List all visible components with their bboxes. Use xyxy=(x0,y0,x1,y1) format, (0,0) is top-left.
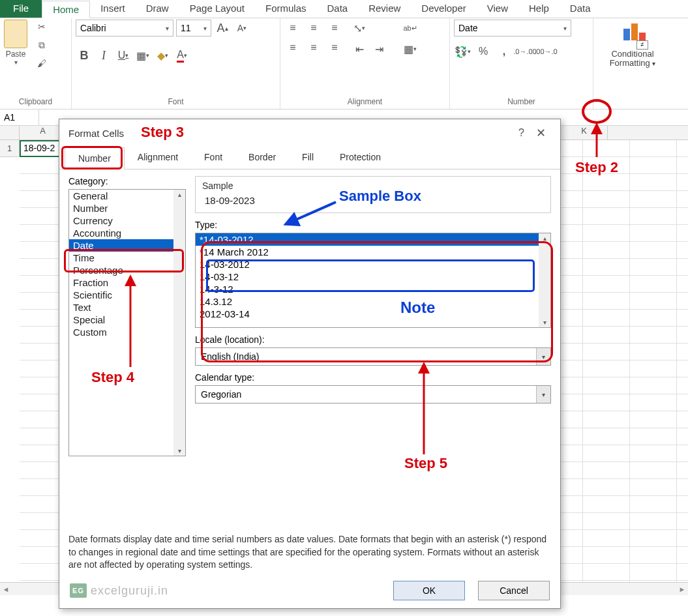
category-time[interactable]: Time xyxy=(69,252,185,264)
type-list[interactable]: *14-03-2012 *14 March 2012 14-03-2012 14… xyxy=(195,233,551,328)
orientation-icon[interactable]: ⤡▾ xyxy=(351,20,368,37)
format-painter-icon[interactable]: 🖌 xyxy=(34,56,50,70)
align-right-icon[interactable]: ≡ xyxy=(326,39,343,56)
type-item-3[interactable]: 14-03-12 xyxy=(196,271,550,283)
dialog-tab-protection[interactable]: Protection xyxy=(327,147,394,169)
row-header-1[interactable]: 1 xyxy=(0,140,20,157)
category-percentage[interactable]: Percentage xyxy=(69,264,185,276)
category-accounting[interactable]: Accounting xyxy=(69,227,185,239)
row-headers: 1 xyxy=(0,140,20,157)
tab-review[interactable]: Review xyxy=(358,0,411,18)
type-item-5[interactable]: 14.3.12 xyxy=(196,295,550,308)
category-date[interactable]: Date xyxy=(69,239,185,252)
type-scrollbar[interactable]: ▴▾ xyxy=(539,233,550,327)
paste-icon[interactable] xyxy=(4,20,27,48)
tab-data-2[interactable]: Data xyxy=(560,0,601,18)
sample-box: Sample 18-09-2023 xyxy=(195,176,551,213)
tab-data[interactable]: Data xyxy=(316,0,358,18)
type-item-6[interactable]: 2012-03-14 xyxy=(196,308,550,320)
type-item-1[interactable]: *14 March 2012 xyxy=(196,246,550,258)
sample-label: Sample xyxy=(202,181,544,191)
align-bottom-icon[interactable]: ≡ xyxy=(326,20,343,37)
bold-button[interactable]: B xyxy=(76,47,93,64)
font-color-button[interactable]: A▾ xyxy=(173,47,190,64)
category-custom[interactable]: Custom xyxy=(69,326,185,338)
decrease-indent-icon[interactable]: ⇤ xyxy=(351,40,368,57)
borders-button[interactable]: ▦▾ xyxy=(134,47,151,64)
type-item-0[interactable]: *14-03-2012 xyxy=(196,233,550,246)
accounting-format-icon[interactable]: 💱▾ xyxy=(454,43,471,60)
conditional-formatting-label: ConditionalFormatting ▾ xyxy=(610,50,656,68)
group-clipboard-label: Clipboard xyxy=(4,96,67,109)
locale-value: English (India) xyxy=(201,351,260,362)
sample-value: 18-09-2023 xyxy=(202,191,544,206)
comma-format-icon[interactable]: , xyxy=(496,43,513,60)
font-name-select[interactable]: Calibri▾ xyxy=(76,20,173,37)
type-item-2[interactable]: 14-03-2012 xyxy=(196,258,550,271)
conditional-formatting-icon: ≠ xyxy=(618,20,647,50)
ribbon-tabs: File Home Insert Draw Page Layout Formul… xyxy=(0,0,688,18)
category-label: Category: xyxy=(68,176,186,186)
cut-icon[interactable]: ✂ xyxy=(34,20,50,34)
align-center-icon[interactable]: ≡ xyxy=(305,39,322,56)
category-general[interactable]: General xyxy=(69,190,185,202)
increase-font-icon[interactable]: A▴ xyxy=(214,20,231,37)
tab-insert[interactable]: Insert xyxy=(90,0,136,18)
increase-indent-icon[interactable]: ⇥ xyxy=(370,40,387,57)
tab-draw[interactable]: Draw xyxy=(136,0,179,18)
col-header-k[interactable]: K xyxy=(561,126,608,139)
locale-select[interactable]: English (India) ▾ xyxy=(195,347,551,366)
conditional-formatting-button[interactable]: ≠ ConditionalFormatting ▾ xyxy=(610,20,656,68)
category-fraction[interactable]: Fraction xyxy=(69,276,185,289)
wrap-text-button[interactable]: ab↵ xyxy=(398,20,423,37)
select-all-triangle[interactable] xyxy=(0,126,20,139)
group-number-label: Number xyxy=(454,96,589,109)
ok-button[interactable]: OK xyxy=(393,581,465,600)
type-label: Type: xyxy=(195,220,551,230)
category-list[interactable]: General Number Currency Accounting Date … xyxy=(68,189,186,456)
category-special[interactable]: Special xyxy=(69,314,185,326)
category-number[interactable]: Number xyxy=(69,202,185,214)
merge-center-button[interactable]: ▦▾ xyxy=(398,40,423,57)
number-format-select[interactable]: Date▾ xyxy=(454,20,571,37)
format-cells-dialog: Format Cells ? ✕ Number Alignment Font B… xyxy=(59,119,561,609)
copy-icon[interactable]: ⧉ xyxy=(34,38,50,52)
tab-formulas[interactable]: Formulas xyxy=(255,0,317,18)
category-scrollbar[interactable]: ▴▾ xyxy=(173,190,185,456)
increase-decimal-icon[interactable]: .0→.00 xyxy=(516,43,533,60)
dialog-close-icon[interactable]: ✕ xyxy=(531,126,551,140)
dialog-help-icon[interactable]: ? xyxy=(512,127,531,139)
category-currency[interactable]: Currency xyxy=(69,214,185,227)
dialog-tab-font[interactable]: Font xyxy=(191,147,235,169)
tab-developer[interactable]: Developer xyxy=(411,0,476,18)
align-middle-icon[interactable]: ≡ xyxy=(305,20,322,37)
description-text: Date formats display date and time seria… xyxy=(59,527,560,574)
decrease-decimal-icon[interactable]: .00→.0 xyxy=(537,43,554,60)
align-top-icon[interactable]: ≡ xyxy=(284,20,301,37)
category-text[interactable]: Text xyxy=(69,301,185,314)
underline-button[interactable]: U▾ xyxy=(115,47,132,64)
tab-page-layout[interactable]: Page Layout xyxy=(179,0,255,18)
dialog-tab-alignment[interactable]: Alignment xyxy=(125,147,191,169)
name-box[interactable]: A1 xyxy=(0,110,39,125)
font-size-select[interactable]: 11▾ xyxy=(176,20,211,37)
decrease-font-icon[interactable]: A▾ xyxy=(233,20,250,37)
category-scientific[interactable]: Scientific xyxy=(69,289,185,301)
align-left-icon[interactable]: ≡ xyxy=(284,39,301,56)
tab-file[interactable]: File xyxy=(0,0,42,18)
tab-view[interactable]: View xyxy=(477,0,518,18)
cancel-button[interactable]: Cancel xyxy=(478,581,550,600)
calendar-label: Calendar type: xyxy=(195,372,551,383)
percent-format-icon[interactable]: % xyxy=(475,43,492,60)
calendar-select[interactable]: Gregorian ▾ xyxy=(195,385,551,403)
dialog-tab-fill[interactable]: Fill xyxy=(289,147,327,169)
dialog-tab-number[interactable]: Number xyxy=(65,147,125,169)
fill-color-button[interactable]: ◆▾ xyxy=(154,47,171,64)
type-item-4[interactable]: 14-3-12 xyxy=(196,283,550,295)
group-font-label: Font xyxy=(76,96,276,109)
dialog-tab-border[interactable]: Border xyxy=(235,147,289,169)
tab-help[interactable]: Help xyxy=(518,0,560,18)
tab-home[interactable]: Home xyxy=(42,1,90,18)
italic-button[interactable]: I xyxy=(95,47,112,64)
calendar-value: Gregorian xyxy=(201,389,241,400)
